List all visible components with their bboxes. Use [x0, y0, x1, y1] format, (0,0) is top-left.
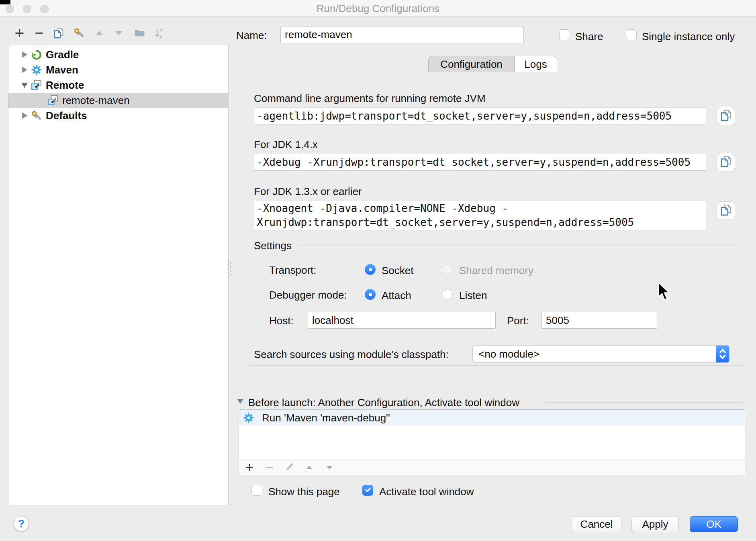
edit-task-button[interactable] — [284, 462, 295, 473]
cancel-button[interactable]: Cancel — [572, 516, 621, 532]
chevron-right-icon[interactable] — [20, 112, 29, 119]
transport-socket-label: Socket — [382, 264, 414, 277]
share-checkbox[interactable] — [559, 29, 570, 40]
remove-configuration-button[interactable] — [33, 28, 45, 39]
copy-cmdline-button[interactable] — [717, 107, 735, 125]
tree-item-label: Maven — [46, 64, 78, 76]
classpath-label: Search sources using module's classpath: — [254, 348, 449, 361]
show-this-page-checkbox[interactable] — [251, 485, 262, 496]
remove-task-button[interactable] — [264, 462, 275, 473]
zoom-window-icon[interactable] — [40, 5, 49, 13]
debugger-attach-label: Attach — [382, 289, 411, 302]
module-classpath-value: <no module> — [478, 346, 539, 362]
jdk13-input[interactable]: -Xnoagent -Djava.compiler=NONE -Xdebug -… — [254, 201, 706, 230]
tab-label: Logs — [524, 58, 547, 71]
chevron-down-icon[interactable] — [20, 83, 29, 88]
jdk13-label: For JDK 1.3.x or earlier — [254, 185, 362, 198]
move-task-up-button[interactable] — [304, 462, 315, 473]
tree-item-remote-maven[interactable]: remote-maven — [8, 93, 228, 108]
add-icon — [14, 28, 25, 40]
share-label: Share — [575, 31, 603, 43]
debugger-listen-radio[interactable] — [442, 289, 453, 300]
move-task-down-button[interactable] — [324, 462, 335, 473]
edit-defaults-wrench-icon — [74, 27, 85, 40]
maven-icon — [31, 64, 42, 75]
before-launch-collapse-icon[interactable] — [237, 399, 243, 404]
transport-socket-radio[interactable] — [365, 264, 376, 275]
cmdline-input[interactable] — [254, 108, 706, 124]
add-configuration-button[interactable] — [14, 28, 25, 39]
jdk14-input[interactable] — [254, 154, 706, 171]
copy-icon — [720, 204, 732, 218]
single-instance-checkbox[interactable] — [626, 29, 637, 40]
copy-icon — [720, 109, 732, 123]
debugger-attach-radio[interactable] — [365, 289, 376, 300]
move-up-button[interactable] — [94, 28, 105, 39]
copy-jdk13-button[interactable] — [717, 201, 735, 220]
tree-item-label: remote-maven — [62, 94, 130, 107]
copy-configuration-button[interactable] — [53, 28, 64, 39]
title-bar[interactable]: Run/Debug Configurations — [0, 0, 756, 17]
tree-item-remote[interactable]: Remote — [8, 77, 228, 93]
activate-tool-window-checkbox[interactable] — [362, 485, 373, 496]
module-classpath-select[interactable]: <no module> — [472, 345, 729, 363]
screen-corner-artifact — [0, 0, 10, 4]
defaults-wrench-icon — [31, 110, 42, 121]
debugger-mode-label: Debugger mode: — [269, 289, 347, 301]
ok-button[interactable]: OK — [690, 516, 738, 532]
minimize-window-icon[interactable] — [23, 5, 31, 13]
close-window-icon[interactable] — [6, 5, 14, 13]
move-down-button[interactable] — [113, 28, 124, 39]
port-input[interactable] — [541, 312, 657, 329]
gradle-icon — [31, 49, 42, 60]
port-label: Port: — [507, 315, 529, 327]
sort-alphabetically-icon: az — [154, 27, 166, 40]
transport-label: Transport: — [269, 264, 317, 277]
settings-separator — [296, 246, 741, 246]
tree-item-label: Defaults — [46, 110, 87, 122]
before-launch-item[interactable]: Run 'Maven 'maven-debug'' — [239, 410, 745, 426]
splitter-handle[interactable] — [226, 258, 233, 281]
transport-shared-memory-label: Shared memory — [459, 264, 533, 277]
help-button[interactable]: ? — [14, 516, 29, 531]
help-question-icon: ? — [18, 518, 25, 530]
copy-jdk14-button[interactable] — [717, 153, 735, 171]
dropdown-stepper-icon — [716, 346, 729, 362]
cmdline-label: Command line arguments for running remot… — [254, 92, 486, 105]
tree-item-maven[interactable]: Maven — [8, 62, 228, 77]
apply-button[interactable]: Apply — [631, 516, 679, 532]
chevron-right-icon[interactable] — [20, 67, 29, 73]
copy-icon — [720, 155, 732, 169]
host-input[interactable] — [308, 312, 496, 329]
checkmark-icon — [364, 486, 372, 495]
create-folder-button[interactable] — [134, 28, 145, 39]
remote-icon — [31, 79, 42, 91]
edit-pencil-icon — [285, 462, 294, 473]
tab-logs[interactable]: Logs — [514, 56, 557, 72]
svg-text:a: a — [159, 28, 162, 33]
settings-group-label: Settings — [254, 240, 292, 252]
configurations-tree: Gradle Maven Remote remote-maven Default… — [8, 45, 229, 505]
add-task-button[interactable] — [244, 462, 255, 473]
activate-tool-window-label: Activate tool window — [379, 486, 474, 498]
edit-defaults-button[interactable] — [74, 28, 85, 39]
tab-configuration[interactable]: Configuration — [428, 56, 514, 72]
remove-icon — [34, 28, 45, 40]
move-down-icon — [113, 28, 124, 40]
chevron-right-icon[interactable] — [20, 51, 29, 58]
sort-configurations-button[interactable]: az — [154, 28, 166, 39]
svg-text:z: z — [159, 33, 162, 39]
jdk14-label: For JDK 1.4.x — [254, 138, 318, 151]
before-launch-list: Run 'Maven 'maven-debug'' — [239, 409, 745, 475]
copy-configuration-icon — [53, 27, 64, 40]
transport-shared-memory-radio[interactable] — [442, 264, 453, 275]
before-launch-separator — [545, 402, 742, 403]
window-title: Run/Debug Configurations — [0, 2, 756, 15]
name-label: Name: — [236, 29, 267, 42]
tree-item-defaults[interactable]: Defaults — [8, 108, 228, 123]
name-input[interactable] — [280, 26, 524, 43]
tree-item-gradle[interactable]: Gradle — [8, 47, 228, 62]
mouse-cursor — [657, 282, 671, 303]
before-launch-item-label: Run 'Maven 'maven-debug'' — [262, 412, 390, 424]
debugger-listen-label: Listen — [459, 289, 487, 302]
